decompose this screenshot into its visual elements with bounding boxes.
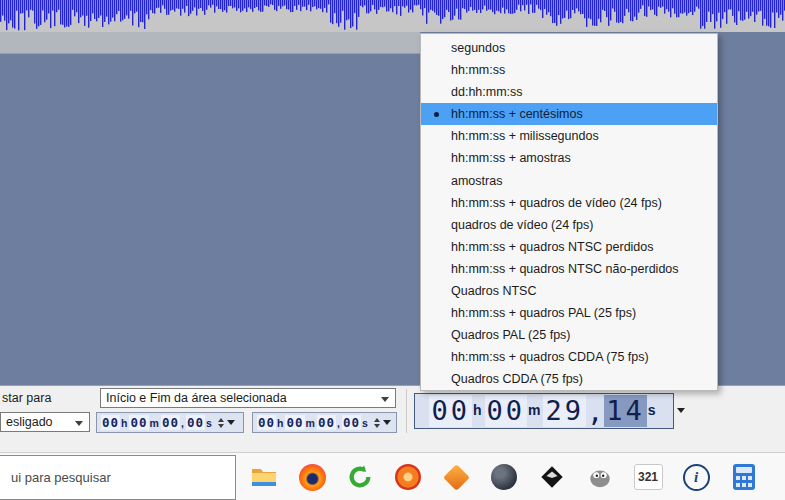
mascot-icon — [587, 464, 613, 490]
firefox-icon[interactable] — [288, 453, 336, 500]
menu-item-label: Quadros CDDA (75 fps) — [451, 368, 583, 390]
minutes-unit: m — [528, 402, 540, 418]
radio-selected-icon — [421, 112, 451, 117]
menu-item[interactable]: quadros de vídeo (24 fps) — [421, 214, 717, 236]
menu-item[interactable]: Quadros CDDA (75 fps) — [421, 368, 717, 390]
position-seconds[interactable]: 29 — [543, 395, 586, 427]
time-format-dropdown-arrow[interactable] — [677, 408, 685, 413]
seconds-unit: s — [648, 402, 656, 418]
start-centiseconds[interactable]: 00 — [186, 415, 205, 430]
numbers-321-icon[interactable]: 321 — [624, 453, 672, 500]
menu-item[interactable]: hh:mm:ss + quadros PAL (25 fps) — [421, 302, 717, 324]
orange-diamond-icon[interactable] — [432, 453, 480, 500]
menu-item[interactable]: hh:mm:ss + quadros de vídeo (24 fps) — [421, 192, 717, 214]
menu-item[interactable]: hh:mm:ss — [421, 59, 717, 81]
selection-start-time-field[interactable]: 00h00m00,00s — [96, 412, 244, 433]
end-minutes[interactable]: 00 — [285, 415, 304, 430]
position-minutes[interactable]: 00 — [485, 395, 528, 427]
hours-unit: h — [277, 417, 283, 429]
round-icon — [491, 464, 517, 490]
selection-range-mode-value: Início e Fim da área selecionada — [106, 391, 287, 405]
black-diamond-icon[interactable] — [528, 453, 576, 500]
windows-taskbar: 321 i — [0, 452, 785, 500]
file-explorer-icon[interactable] — [240, 453, 288, 500]
angular-icon — [539, 464, 565, 490]
menu-item[interactable]: hh:mm:ss + milissegundos — [421, 125, 717, 147]
folder-icon — [250, 463, 278, 491]
end-time-dropdown-arrow[interactable] — [383, 420, 391, 425]
snap-to-label: star para — [2, 391, 51, 405]
menu-item-label: hh:mm:ss + amostras — [451, 147, 571, 169]
sync-arrows-icon — [347, 464, 373, 490]
menu-item-label: amostras — [451, 170, 502, 192]
start-minutes[interactable]: 00 — [129, 415, 148, 430]
minutes-unit: m — [306, 417, 315, 429]
menu-item-label: quadros de vídeo (24 fps) — [451, 214, 593, 236]
ring-icon — [395, 464, 421, 490]
menu-item[interactable]: dd:hh:mm:ss — [421, 81, 717, 103]
diamond-icon — [443, 464, 470, 491]
decimal-separator: , — [181, 417, 184, 429]
orange-ring-icon[interactable] — [384, 453, 432, 500]
waveform-track[interactable] — [0, 0, 785, 32]
menu-item[interactable]: hh:mm:ss + quadros NTSC não-perdidos — [421, 258, 717, 280]
calculator-icon[interactable] — [720, 453, 768, 500]
info-glyph: i — [683, 464, 710, 491]
menu-item-label: hh:mm:ss + quadros NTSC perdidos — [451, 236, 654, 258]
selection-toolbar: star para Início e Fim da área seleciona… — [0, 385, 785, 452]
menu-item-label: hh:mm:ss + centésimos — [451, 103, 583, 125]
hours-unit: h — [473, 402, 482, 418]
menu-item-label: hh:mm:ss + quadros PAL (25 fps) — [451, 302, 636, 324]
position-hours[interactable]: 00 — [429, 395, 472, 427]
menu-item-label: Quadros PAL (25 fps) — [451, 324, 571, 346]
menu-item[interactable]: amostras — [421, 170, 717, 192]
menu-item[interactable]: segundos — [421, 37, 717, 59]
menu-item-label: hh:mm:ss + quadros CDDA (75 fps) — [451, 346, 649, 368]
end-hours[interactable]: 00 — [257, 415, 276, 430]
taskbar-search-input[interactable] — [0, 455, 236, 500]
menu-item-label: hh:mm:ss + milissegundos — [451, 125, 599, 147]
audio-position-display[interactable]: 00 h 00 m 29 , 14 s — [414, 393, 674, 429]
start-seconds[interactable]: 00 — [161, 415, 180, 430]
menu-item[interactable]: hh:mm:ss + quadros CDDA (75 fps) — [421, 346, 717, 368]
info-icon[interactable]: i — [672, 453, 720, 500]
menu-item-label: Quadros NTSC — [451, 280, 536, 302]
menu-item-label: hh:mm:ss + quadros NTSC não-perdidos — [451, 258, 679, 280]
gray-mascot-icon[interactable] — [576, 453, 624, 500]
end-seconds[interactable]: 00 — [317, 415, 336, 430]
selection-range-mode-select[interactable]: Início e Fim da área selecionada — [100, 388, 396, 408]
menu-item[interactable]: hh:mm:ss + quadros NTSC perdidos — [421, 236, 717, 258]
menu-item-label: dd:hh:mm:ss — [451, 81, 523, 103]
decimal-separator: , — [587, 396, 603, 427]
track-bottom-strip — [0, 32, 420, 54]
green-sync-icon[interactable] — [336, 453, 384, 500]
numbers-badge: 321 — [634, 464, 663, 490]
end-centiseconds[interactable]: 00 — [342, 415, 361, 430]
snap-to-select[interactable]: esligado — [0, 412, 90, 432]
seconds-unit: s — [362, 417, 368, 429]
menu-item-label: segundos — [451, 37, 505, 59]
selection-end-time-field[interactable]: 00h00m00,00s — [252, 412, 397, 433]
start-time-spinner[interactable] — [218, 418, 224, 428]
menu-item[interactable]: Quadros PAL (25 fps) — [421, 324, 717, 346]
position-centiseconds[interactable]: 14 — [604, 395, 647, 427]
hours-unit: h — [121, 417, 127, 429]
menu-item[interactable]: Quadros NTSC — [421, 280, 717, 302]
snap-to-value: esligado — [6, 415, 53, 429]
minutes-unit: m — [150, 417, 159, 429]
start-time-dropdown-arrow[interactable] — [227, 420, 235, 425]
audacity-window: segundoshh:mm:ssdd:hh:mm:sshh:mm:ss + ce… — [0, 0, 785, 500]
end-time-spinner[interactable] — [374, 418, 380, 428]
menu-item[interactable]: hh:mm:ss + amostras — [421, 147, 717, 169]
start-hours[interactable]: 00 — [101, 415, 120, 430]
menu-item-label: hh:mm:ss + quadros de vídeo (24 fps) — [451, 192, 662, 214]
seconds-unit: s — [206, 417, 212, 429]
menu-item[interactable]: hh:mm:ss + centésimos — [421, 103, 717, 125]
menu-item-label: hh:mm:ss — [451, 59, 505, 81]
firefox-globe-icon — [299, 464, 326, 491]
time-format-menu: segundoshh:mm:ssdd:hh:mm:sshh:mm:ss + ce… — [420, 33, 718, 391]
dark-round-icon[interactable] — [480, 453, 528, 500]
decimal-separator: , — [337, 417, 340, 429]
waveform-graphic — [0, 0, 785, 32]
calc-icon — [732, 463, 756, 491]
